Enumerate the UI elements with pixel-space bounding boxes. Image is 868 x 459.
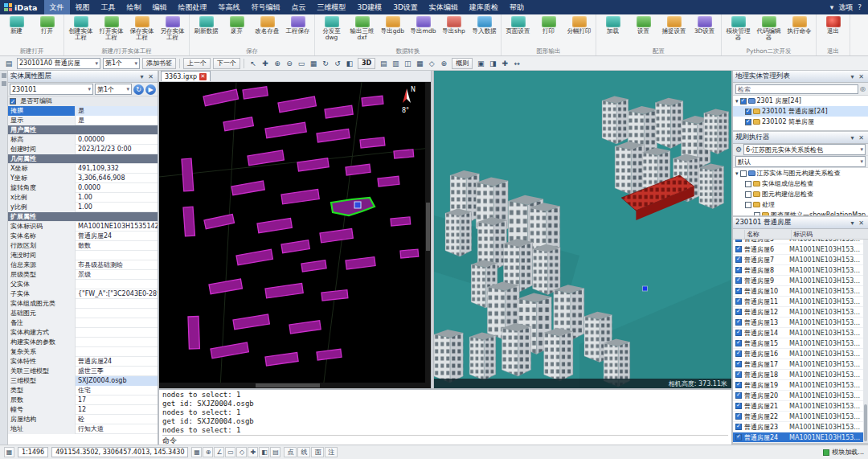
property-row[interactable]: 创建时间 2023/12/23 0:00 bbox=[8, 145, 158, 154]
entity-row[interactable]: 普通房屋24 MA1001NE103H153... bbox=[733, 432, 868, 443]
pin-icon[interactable]: ▾ bbox=[848, 219, 857, 227]
tree-row[interactable]: ▾ 实体组成信息检查 bbox=[733, 178, 868, 189]
close-icon[interactable]: ✕ bbox=[857, 134, 866, 141]
property-row[interactable]: Y坐标 3,306,646,908 bbox=[8, 174, 158, 183]
menu-item[interactable]: 文件 bbox=[44, 0, 70, 14]
toolbar-icon[interactable]: ▥ bbox=[390, 58, 401, 69]
property-row[interactable]: 层级类型 景级 bbox=[8, 270, 158, 280]
property-row[interactable]: y比例 1.00 bbox=[8, 203, 158, 212]
toolbar-icon[interactable]: ↔ bbox=[511, 58, 522, 69]
search-input[interactable]: 检索 bbox=[735, 84, 858, 94]
toolbar-icon[interactable]: ↺ bbox=[332, 58, 343, 69]
column-name[interactable]: 名称 bbox=[744, 230, 791, 239]
property-row[interactable]: 层数 17 bbox=[8, 395, 158, 405]
ribbon-button[interactable]: 另存实体工程 bbox=[158, 15, 187, 47]
layer-toggle[interactable]: 注 bbox=[325, 447, 338, 457]
property-row[interactable]: 基础图元 bbox=[8, 309, 158, 318]
property-row[interactable]: 用户属性 bbox=[8, 125, 158, 135]
ribbon-button[interactable]: 导出mdb bbox=[408, 15, 438, 47]
expand-arrow-icon[interactable]: ▾ bbox=[735, 170, 739, 177]
ribbon-button[interactable]: 3D设置 bbox=[690, 15, 719, 47]
prev-button[interactable]: 上一个 bbox=[183, 58, 211, 69]
layer-toggle[interactable]: 面 bbox=[311, 447, 324, 457]
menu-item[interactable]: 绘制 bbox=[121, 0, 147, 14]
menu-item[interactable]: 3D建模 bbox=[352, 0, 388, 14]
menu-item[interactable]: 建库质检 bbox=[464, 0, 504, 14]
toolbar-icon[interactable]: ◧ bbox=[344, 58, 355, 69]
menu-item[interactable]: 绘图处理 bbox=[173, 0, 213, 14]
entity-row[interactable]: 普通房屋18 MA1001NE103H153... bbox=[733, 370, 868, 380]
checkbox-icon[interactable] bbox=[735, 434, 742, 441]
checkbox-icon[interactable] bbox=[745, 119, 751, 125]
column-code[interactable]: 标识码 bbox=[791, 230, 868, 239]
tree-row[interactable]: ▾ 230102 简单房屋 bbox=[733, 117, 868, 127]
toolbar-icon[interactable]: ▦ bbox=[414, 58, 425, 69]
checkbox-icon[interactable] bbox=[735, 424, 742, 430]
checkbox-icon[interactable] bbox=[735, 298, 742, 305]
menu-item[interactable]: 符号编辑 bbox=[246, 0, 286, 14]
refresh-button[interactable]: ↻ bbox=[133, 84, 144, 95]
ribbon-button[interactable]: 加载 bbox=[598, 15, 628, 47]
map-canvas-2d[interactable]: N 8° bbox=[159, 82, 431, 388]
help-icon[interactable]: ? bbox=[858, 3, 862, 11]
property-row[interactable]: 掩膜 是 bbox=[8, 106, 158, 116]
property-row[interactable]: 地址 行知大道 bbox=[8, 424, 158, 434]
checkbox-icon[interactable] bbox=[745, 202, 751, 208]
checkbox-icon[interactable] bbox=[735, 403, 742, 409]
ribbon-button[interactable]: 输出三维dxf bbox=[347, 15, 377, 47]
pin-icon[interactable]: ▾ bbox=[848, 73, 857, 80]
ribbon-button[interactable]: 新建 bbox=[2, 15, 31, 47]
toolbar-icon[interactable]: ◨ bbox=[487, 58, 498, 69]
code-filter-combo[interactable]: 230101▾ bbox=[10, 84, 93, 95]
ribbon-button[interactable]: 代码编辑器 bbox=[754, 15, 784, 47]
checkbox-icon[interactable] bbox=[745, 109, 751, 115]
status-icon[interactable]: ⊕ bbox=[203, 447, 213, 457]
layer-toggle[interactable]: 点 bbox=[284, 447, 297, 457]
checkbox-icon[interactable] bbox=[735, 371, 742, 378]
rule-profile-combo[interactable]: 默认▾ bbox=[735, 156, 866, 167]
ribbon-button[interactable]: 捕捉设置 bbox=[659, 15, 689, 47]
entity-row[interactable]: 普通房屋10 MA1001NE103H153... bbox=[733, 286, 868, 297]
entity-row[interactable]: 普通房屋22 MA1001NE103H153... bbox=[733, 412, 868, 422]
checkbox-icon[interactable] bbox=[735, 340, 742, 346]
checkbox-icon[interactable] bbox=[735, 267, 742, 273]
toolbar-icon[interactable]: ↖ bbox=[248, 58, 259, 69]
checkbox-icon[interactable] bbox=[735, 330, 742, 336]
command-log[interactable]: nodes to select: 1get id: SXJZ0004.osgbn… bbox=[159, 388, 731, 445]
property-row[interactable]: X坐标 491,109,332 bbox=[8, 164, 158, 174]
status-icon[interactable]: ✚ bbox=[248, 447, 258, 457]
options-button[interactable]: 选项 bbox=[838, 2, 853, 13]
entity-row[interactable]: 普通房屋16 MA1001NE103H153... bbox=[733, 349, 868, 359]
checkbox-icon[interactable] bbox=[735, 361, 742, 367]
property-row[interactable]: 几何属性 bbox=[8, 154, 158, 164]
entity-row[interactable]: 普通房屋11 MA1001NE103H153... bbox=[733, 297, 868, 307]
map-2d-svg[interactable]: N 8° bbox=[159, 82, 431, 388]
entity-row[interactable]: 普通房屋9 MA1001NE103H153... bbox=[733, 276, 868, 286]
dock-strip[interactable] bbox=[0, 71, 8, 445]
property-row[interactable]: 实体构建方式 bbox=[8, 328, 158, 338]
ribbon-button[interactable]: 打开 bbox=[32, 15, 62, 47]
tree-row[interactable]: ▾ 2301 房屋[24] bbox=[733, 96, 868, 106]
status-icon[interactable]: ∠ bbox=[214, 447, 224, 457]
checkbox-icon[interactable] bbox=[10, 98, 16, 105]
property-row[interactable]: 实体组成图元类 bbox=[8, 299, 158, 309]
map-canvas-3d[interactable] bbox=[434, 71, 731, 388]
status-icon[interactable]: ◧ bbox=[259, 447, 269, 457]
toolbar-icon[interactable]: ↻ bbox=[320, 58, 331, 69]
command-prompt[interactable]: 命令 bbox=[162, 435, 728, 445]
toolbar-icon[interactable]: ▭ bbox=[296, 58, 307, 69]
property-row[interactable]: 淹没时间 bbox=[8, 251, 158, 260]
checkbox-icon[interactable] bbox=[735, 240, 742, 242]
ribbon-button[interactable]: 执行命令 bbox=[784, 15, 814, 47]
status-icon[interactable]: ▭ bbox=[225, 447, 235, 457]
view-3d-button[interactable]: 3D bbox=[358, 58, 375, 69]
entity-row[interactable]: 普通房屋6 MA1001NE103H153... bbox=[733, 244, 868, 255]
toolbar-icon[interactable]: ▦ bbox=[308, 58, 319, 69]
property-row[interactable]: 信息来源 市县级基础测绘 bbox=[8, 260, 158, 270]
close-icon[interactable]: ✕ bbox=[857, 219, 866, 227]
property-row[interactable]: 是否可编辑 bbox=[8, 96, 158, 106]
entity-row[interactable]: 普通房屋23 MA1001NE103H153... bbox=[733, 422, 868, 432]
ribbon-button[interactable]: 废弃 bbox=[222, 15, 252, 47]
menu-item[interactable]: 编辑 bbox=[147, 0, 173, 14]
search-icon[interactable]: ◎ bbox=[860, 85, 866, 92]
